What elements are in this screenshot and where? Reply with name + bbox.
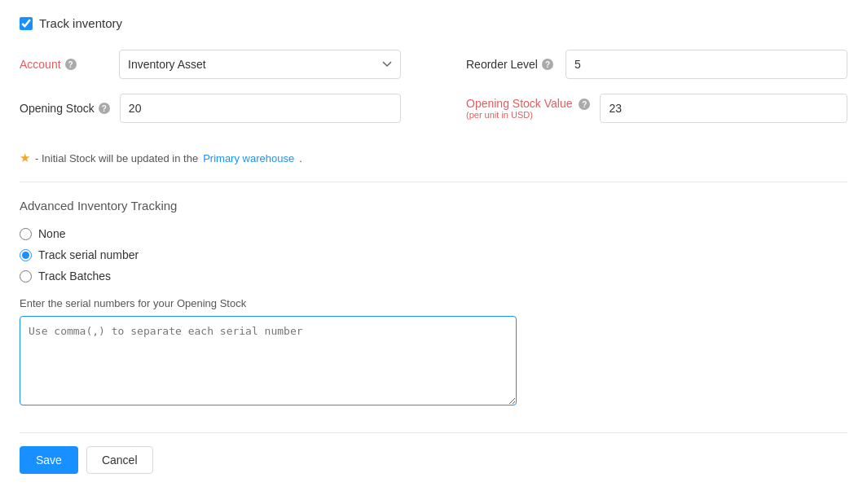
reorder-level-label: Reorder Level ? <box>466 58 556 71</box>
reorder-level-input[interactable] <box>566 50 847 79</box>
radio-batches-label: Track Batches <box>38 270 111 283</box>
opening-stock-label: Opening Stock ? <box>20 102 110 115</box>
opening-stock-row: Opening Stock ? <box>20 94 401 123</box>
divider-2 <box>20 432 847 433</box>
reorder-level-row: Reorder Level ? <box>466 50 847 79</box>
note-text-after: . <box>299 152 302 164</box>
opening-stock-value-help-icon[interactable]: ? <box>579 99 590 110</box>
radio-batches-input[interactable] <box>20 270 32 283</box>
serial-numbers-textarea[interactable] <box>20 316 517 405</box>
track-inventory-row: Track inventory <box>20 16 847 30</box>
radio-serial-label: Track serial number <box>38 248 139 261</box>
cancel-button[interactable]: Cancel <box>86 446 153 474</box>
note-text: - Initial Stock will be updated in the <box>35 152 198 164</box>
serial-numbers-label: Enter the serial numbers for your Openin… <box>20 297 847 309</box>
opening-stock-value-row: Opening Stock Value ? (per unit in USD) <box>466 94 847 123</box>
track-inventory-label: Track inventory <box>39 16 122 30</box>
opening-stock-value-label-wrap: Opening Stock Value ? (per unit in USD) <box>466 97 590 121</box>
account-help-icon[interactable]: ? <box>65 59 77 70</box>
advanced-section-title: Advanced Inventory Tracking <box>20 199 847 213</box>
radio-none-label: None <box>38 227 65 240</box>
reorder-level-help-icon[interactable]: ? <box>542 59 553 70</box>
primary-warehouse-link[interactable]: Primary warehouse <box>203 152 294 164</box>
track-inventory-checkbox[interactable] <box>20 17 33 30</box>
account-label: Account ? <box>20 58 109 71</box>
radio-group: None Track serial number Track Batches <box>20 227 847 283</box>
opening-stock-input[interactable] <box>120 94 401 123</box>
right-column: Reorder Level ? Opening Stock Value ? (p… <box>466 50 847 138</box>
radio-serial-input[interactable] <box>20 249 32 261</box>
left-column: Account ? Inventory Asset Opening Stock … <box>20 50 401 138</box>
divider-1 <box>20 182 847 182</box>
opening-stock-value-main-label: Opening Stock Value ? <box>466 97 590 111</box>
opening-stock-help-icon[interactable]: ? <box>99 103 110 114</box>
star-icon: ★ <box>20 151 30 165</box>
advanced-section: Advanced Inventory Tracking None Track s… <box>20 199 847 408</box>
radio-serial[interactable]: Track serial number <box>20 248 847 261</box>
radio-none[interactable]: None <box>20 227 847 240</box>
actions-row: Save Cancel <box>20 446 847 474</box>
radio-batches[interactable]: Track Batches <box>20 270 847 283</box>
star-note: ★ - Initial Stock will be updated in the… <box>20 151 847 165</box>
account-row: Account ? Inventory Asset <box>20 50 401 79</box>
main-form-grid: Account ? Inventory Asset Opening Stock … <box>20 50 847 138</box>
save-button[interactable]: Save <box>20 446 78 474</box>
opening-stock-value-input[interactable] <box>600 94 847 123</box>
opening-stock-value-sub-label: (per unit in USD) <box>466 110 590 120</box>
account-select[interactable]: Inventory Asset <box>119 50 401 79</box>
radio-none-input[interactable] <box>20 228 32 240</box>
